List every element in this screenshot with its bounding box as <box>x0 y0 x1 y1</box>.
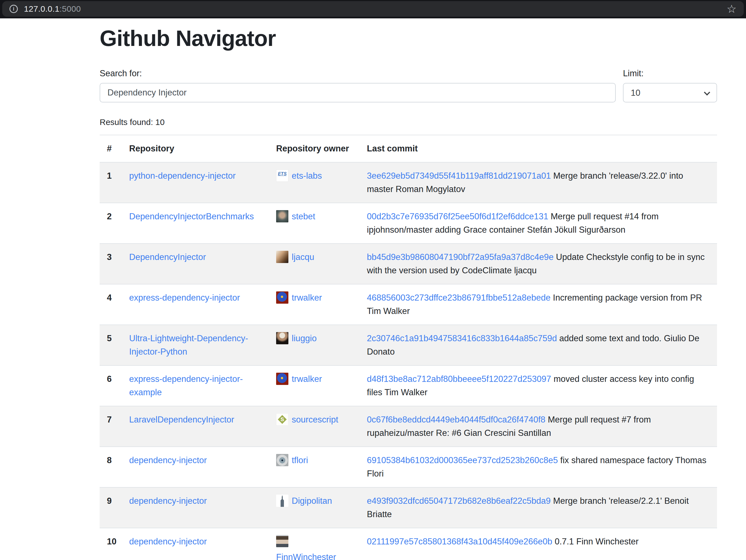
digipolitan-avatar <box>276 495 288 507</box>
star-icon[interactable]: ☆ <box>726 3 737 14</box>
url-bar[interactable]: i 127.0.0.1:5000 ☆ <box>2 1 744 17</box>
repo-link[interactable]: Ultra-Lightweight-Dependency-Injector-Py… <box>129 333 248 357</box>
owner-link[interactable]: trwalker <box>292 293 322 302</box>
limit-label: Limit: <box>623 68 717 79</box>
owner-cell: ETSets-labs <box>276 171 322 181</box>
owner-cell: Digipolitan <box>276 496 332 506</box>
search-label: Search for: <box>99 68 616 79</box>
table-row: 7 LaravelDependencyInjector sourcescript… <box>99 406 717 447</box>
owner-cell: tflori <box>276 455 308 465</box>
search-form: Search for: Limit: 10 <box>99 68 717 102</box>
page-container: Github Navigator Search for: Limit: 10 R… <box>99 26 717 560</box>
row-index: 7 <box>99 406 122 447</box>
row-index: 1 <box>99 162 122 203</box>
row-index: 6 <box>99 365 122 406</box>
row-index: 9 <box>99 488 122 528</box>
url-port: :5000 <box>60 4 81 13</box>
row-index: 10 <box>99 528 122 560</box>
commit-sha-link[interactable]: 3ee629eb5d7349d55f41b119aff81dd219071a01 <box>367 171 551 181</box>
commit-sha-link[interactable]: e493f9032dfcd65047172b682e8b6eaf22c5bda9 <box>367 496 551 506</box>
row-index: 5 <box>99 325 122 365</box>
commit-sha-link[interactable]: 02111997e57c85801368f43a10d45f409e266e0b <box>367 537 552 547</box>
owner-link[interactable]: stebet <box>292 211 315 221</box>
row-index: 3 <box>99 243 122 284</box>
repo-link[interactable]: python-dependency-injector <box>129 171 236 181</box>
commit-sha-link[interactable]: d48f13be8ac712abf80bbeeee5f120227d253097 <box>367 374 551 384</box>
table-row: 10 dependency-injector FinnWinchester 02… <box>99 528 717 560</box>
owner-cell: trwalker <box>276 293 322 302</box>
sourcescript-avatar <box>276 413 288 425</box>
trwalker-avatar <box>276 373 288 385</box>
table-row: 9 dependency-injector Digipolitan e493f9… <box>99 488 717 528</box>
owner-link[interactable]: liuggio <box>292 333 317 343</box>
results-summary: Results found: 10 <box>99 117 717 127</box>
table-row: 4 express-dependency-injector trwalker 4… <box>99 284 717 325</box>
repo-link[interactable]: dependency-injector <box>129 537 207 547</box>
search-input[interactable] <box>99 83 616 102</box>
table-row: 6 express-dependency-injector-example tr… <box>99 365 717 406</box>
owner-cell: trwalker <box>276 374 322 384</box>
commit-sha-link[interactable]: 2c30746c1a91b4947583416c833b1644a85c759d <box>367 333 557 343</box>
browser-chrome: i 127.0.0.1:5000 ☆ <box>0 0 746 18</box>
owner-link[interactable]: Digipolitan <box>292 496 332 506</box>
repo-link[interactable]: express-dependency-injector-example <box>129 374 243 397</box>
owner-link[interactable]: sourcescript <box>292 415 338 424</box>
table-row: 8 dependency-injector tflori 69105384b61… <box>99 447 717 488</box>
commit-sha-link[interactable]: 0c67f6be8eddcd4449eb4044f5df0ca26f4740f8 <box>367 415 545 424</box>
repo-link[interactable]: DependencyInjectorBenchmarks <box>129 211 254 221</box>
row-index: 8 <box>99 447 122 488</box>
repo-link[interactable]: dependency-injector <box>129 455 207 465</box>
col-header-owner: Repository owner <box>269 135 360 162</box>
owner-cell: ljacqu <box>276 252 314 262</box>
ljacqu-cat-avatar <box>276 251 288 263</box>
col-header-index: # <box>99 135 122 162</box>
liuggio-avatar <box>276 332 288 344</box>
owner-link[interactable]: ets-labs <box>292 171 322 181</box>
table-row: 3 DependencyInjector ljacqu bb45d9e3b986… <box>99 243 717 284</box>
limit-group: Limit: 10 <box>623 68 717 102</box>
limit-select[interactable]: 10 <box>623 83 717 102</box>
ets-labs-avatar: ETS <box>276 170 288 182</box>
commit-sha-link[interactable]: 00d2b3c7e76935d76f25ee50f6d1f2ef6ddce131 <box>367 211 548 221</box>
owner-cell: liuggio <box>276 333 317 343</box>
repo-link[interactable]: express-dependency-injector <box>129 293 240 302</box>
tflori-avatar <box>276 454 288 466</box>
info-icon[interactable]: i <box>9 5 18 13</box>
results-table: # Repository Repository owner Last commi… <box>99 135 717 560</box>
owner-link[interactable]: FinnWinchester <box>276 552 336 560</box>
repo-link[interactable]: dependency-injector <box>129 496 207 506</box>
commit-sha-link[interactable]: bb45d9e3b98608047190bf72a95fa9a37d8c4e9e <box>367 252 554 262</box>
owner-cell: FinnWinchester <box>276 535 353 560</box>
url-host: 127.0.0.1 <box>24 4 60 13</box>
owner-link[interactable]: tflori <box>292 455 308 465</box>
commit-sha-link[interactable]: 468856003c273dffce23b86791fbbe512a8ebede <box>367 293 551 302</box>
col-header-last-commit: Last commit <box>360 135 717 162</box>
table-row: 5 Ultra-Lightweight-Dependency-Injector-… <box>99 325 717 365</box>
table-row: 2 DependencyInjectorBenchmarks stebet 00… <box>99 203 717 243</box>
search-group: Search for: <box>99 68 616 102</box>
col-header-repository: Repository <box>122 135 269 162</box>
url-text: 127.0.0.1:5000 <box>24 4 81 13</box>
owner-cell: stebet <box>276 211 315 221</box>
results-table-body: 1 python-dependency-injector ETSets-labs… <box>99 162 717 560</box>
owner-cell: sourcescript <box>276 415 338 424</box>
trwalker-avatar <box>276 291 288 304</box>
page-title: Github Navigator <box>99 26 717 51</box>
row-index: 4 <box>99 284 122 325</box>
commit-message: 0.7.1 Finn Winchester <box>555 537 639 547</box>
stebet-avatar <box>276 210 288 223</box>
owner-link[interactable]: ljacqu <box>292 252 314 262</box>
table-header-row: # Repository Repository owner Last commi… <box>99 135 717 162</box>
owner-link[interactable]: trwalker <box>292 374 322 384</box>
commit-sha-link[interactable]: 69105384b61032d000365ee737cd2523b260c8e5 <box>367 455 558 465</box>
table-row: 1 python-dependency-injector ETSets-labs… <box>99 162 717 203</box>
row-index: 2 <box>99 203 122 243</box>
repo-link[interactable]: LaravelDependencyInjector <box>129 415 234 424</box>
repo-link[interactable]: DependencyInjector <box>129 252 206 262</box>
finnwinchester-avatar <box>276 535 288 547</box>
